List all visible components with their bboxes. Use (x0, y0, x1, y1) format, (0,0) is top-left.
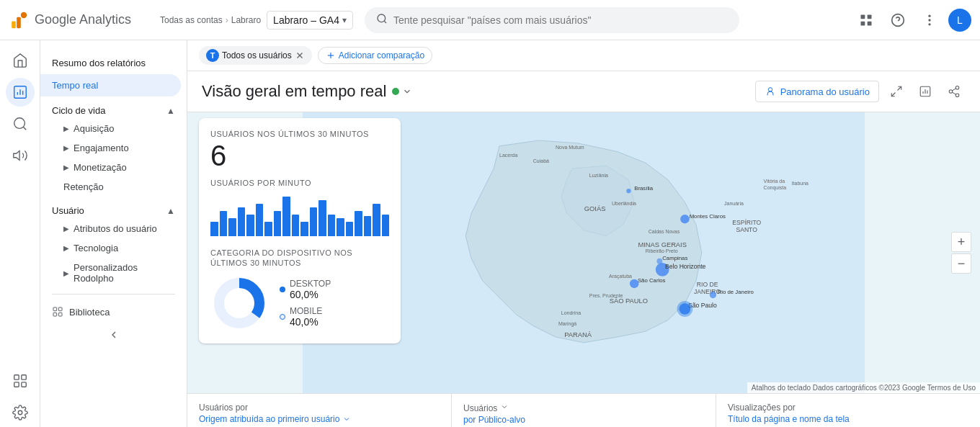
bar-item (337, 218, 344, 236)
svg-text:Rio de Janeiro: Rio de Janeiro (718, 289, 754, 295)
svg-text:Pres. Prudente: Pres. Prudente (589, 293, 623, 298)
svg-text:GOIÁS: GOIÁS (584, 205, 606, 212)
breadcrumb-all-accounts[interactable]: Todas as contas (160, 15, 223, 25)
svg-text:Campinas: Campinas (662, 255, 687, 261)
add-comparison-button[interactable]: Adicionar comparação (318, 47, 432, 64)
svg-rect-28 (53, 313, 57, 316)
svg-text:São Carlos: São Carlos (638, 277, 666, 284)
sidebar-item-technology[interactable]: ▶ Tecnologia (40, 238, 181, 258)
nav-explore-button[interactable] (6, 109, 35, 138)
help-button[interactable] (885, 7, 911, 33)
badge-close-icon[interactable] (295, 50, 305, 60)
nav-advertising-button[interactable] (6, 141, 35, 170)
svg-text:RIO DE: RIO DE (697, 281, 718, 288)
sidebar-item-monetization[interactable]: ▶ Monetização (40, 158, 181, 177)
sidebar-item-acquisition[interactable]: ▶ Aquisição (40, 119, 181, 138)
bottom-card-2[interactable]: Visualizações por Título da página e nom… (716, 394, 980, 427)
svg-point-18 (14, 118, 24, 129)
sidebar-item-engagement[interactable]: ▶ Engajamento (40, 138, 181, 158)
sidebar-item-realtime[interactable]: Tempo real (40, 74, 181, 96)
search-input[interactable] (393, 14, 728, 26)
svg-text:Caldas Novas: Caldas Novas (649, 229, 680, 234)
svg-text:MINAS GERAIS: MINAS GERAIS (638, 241, 687, 248)
sidebar-content: Resumo dos relatórios Tempo real Ciclo d… (40, 46, 187, 427)
more-button[interactable] (917, 7, 943, 33)
lifecycle-label: Ciclo de vida (52, 105, 105, 116)
engagement-label: Engajamento (74, 143, 129, 153)
nav-reports-button[interactable] (6, 78, 35, 107)
svg-point-11 (928, 14, 930, 17)
nav-home-button[interactable] (6, 46, 35, 75)
svg-rect-8 (868, 21, 872, 25)
sidebar-lifecycle-header[interactable]: Ciclo de vida ▲ (40, 96, 187, 119)
bar-item (373, 204, 380, 236)
users-count: 6 (210, 141, 389, 170)
technology-label: Tecnologia (74, 243, 118, 253)
nav-library-button[interactable] (6, 367, 35, 395)
panorama-icon (765, 86, 776, 97)
user-label: Usuário (52, 205, 84, 216)
users-filter-badge[interactable]: T Todos os usuários (199, 46, 312, 65)
chart-button[interactable] (914, 80, 937, 103)
custom-label: Personalizados Rodolpho (74, 262, 169, 284)
svg-text:PARANÁ: PARANÁ (564, 331, 592, 338)
svg-rect-22 (21, 375, 25, 379)
nav-settings-button[interactable] (6, 398, 35, 427)
svg-line-19 (23, 127, 26, 130)
svg-point-42 (949, 90, 953, 94)
top-actions: L (853, 7, 971, 33)
zoom-in-button[interactable]: + (951, 232, 971, 252)
expand-button[interactable] (885, 80, 908, 103)
property-name: Labraro – GA4 (273, 14, 339, 26)
card-0-subtitle: Origem atribuída ao primeiro usuário (199, 414, 440, 424)
svg-text:Lacerda: Lacerda (499, 153, 517, 158)
sidebar-item-user-attributes[interactable]: ▶ Atributos do usuário (40, 219, 181, 238)
bar-item (328, 215, 336, 236)
card-2-subtitle: Título da página e nome da tela (728, 414, 968, 424)
device-category-label: CATEGORIA DO DISPOSITIVO NOS ÚLTIMOS 30 … (210, 248, 389, 269)
sidebar-item-custom[interactable]: ▶ Personalizados Rodolpho (40, 258, 181, 288)
bar-item (364, 216, 372, 236)
svg-point-25 (18, 410, 22, 415)
svg-text:Londrina: Londrina (561, 310, 581, 315)
user-chevron-icon: ▲ (166, 206, 175, 216)
apps-button[interactable] (853, 7, 879, 33)
sidebar-item-library[interactable]: Biblioteca (40, 300, 187, 323)
chart-icon (919, 85, 932, 98)
sidebar-user-header[interactable]: Usuário ▲ (40, 197, 187, 219)
badge-t-icon: T (206, 49, 219, 62)
acquisition-label: Aquisição (74, 123, 114, 134)
svg-point-41 (956, 86, 959, 90)
mobile-dot-icon (280, 314, 285, 320)
add-icon (326, 50, 336, 60)
page-title-bar: Visão geral em tempo real Panorama do us… (187, 71, 980, 112)
realtime-body: GOIÁS MINAS GERAIS SÃO PAULO RIO DE JANE… (187, 112, 980, 393)
tri-right-icon: ▶ (63, 163, 69, 171)
property-selector[interactable]: Labraro – GA4 ▾ (267, 11, 353, 30)
breadcrumb-account[interactable]: Labraro (231, 15, 261, 25)
bar-item (300, 222, 308, 236)
sidebar-item-retention[interactable]: Retenção (40, 177, 181, 197)
share-button[interactable] (943, 80, 966, 103)
users-per-min-label: USUÁRIOS POR MINUTO (210, 179, 389, 187)
users-badge-label: Todos os usuários (222, 50, 292, 60)
svg-point-2 (21, 12, 27, 17)
desktop-dot-icon (280, 287, 285, 292)
svg-point-66 (656, 259, 662, 264)
status-chevron-icon[interactable] (402, 86, 412, 96)
realtime-label: Tempo real (52, 80, 98, 91)
sidebar-item-reports-summary[interactable]: Resumo dos relatórios (40, 52, 181, 74)
card-1-title: Usuários (463, 403, 704, 413)
collapse-button[interactable] (40, 323, 187, 346)
panorama-button[interactable]: Panorama do usuário (755, 81, 879, 102)
bottom-card-1[interactable]: Usuários por Público-alvo (452, 394, 716, 427)
mobile-value: 40,0% (290, 316, 322, 328)
zoom-out-button[interactable]: − (951, 253, 971, 274)
bottom-card-0[interactable]: Usuários por Origem atribuída ao primeir… (187, 394, 452, 427)
svg-text:Nova Mutum: Nova Mutum (556, 145, 584, 150)
bottom-cards: Usuários por Origem atribuída ao primeir… (187, 393, 980, 427)
avatar[interactable]: L (948, 9, 971, 32)
page-title: Visão geral em tempo real (202, 82, 386, 101)
card-0-title: Usuários por (199, 403, 440, 413)
svg-point-12 (928, 19, 930, 21)
